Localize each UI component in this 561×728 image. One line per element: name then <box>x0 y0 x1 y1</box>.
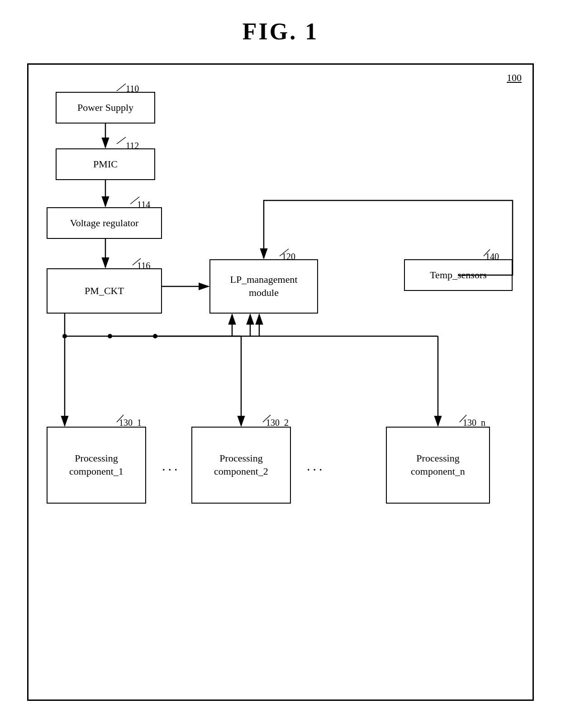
ref-110: 110 <box>126 84 139 94</box>
pc1-block: Processing component_1 <box>47 427 146 504</box>
ref-120: 120 <box>282 252 295 262</box>
dots-2: ... <box>307 458 325 474</box>
dots-1: ... <box>162 458 181 474</box>
svg-point-9 <box>108 334 112 338</box>
pc2-block: Processing component_2 <box>191 427 291 504</box>
pmckt-block: PM_CKT <box>47 268 162 314</box>
diagram-container: 100 Power Supply 110 PMIC 112 Voltage re… <box>27 63 534 701</box>
svg-line-20 <box>117 137 126 144</box>
ref-130-2: 130_2 <box>266 418 289 428</box>
ref-140: 140 <box>485 252 499 262</box>
svg-line-19 <box>117 84 126 91</box>
lp-block: LP_management module <box>209 259 318 314</box>
ref-112: 112 <box>126 141 139 151</box>
ref-100: 100 <box>507 72 522 84</box>
ref-114: 114 <box>137 200 150 210</box>
vreg-block: Voltage regulator <box>47 207 162 239</box>
temp-block: Temp_sensors <box>404 259 513 291</box>
ref-130-n: 130_n <box>463 418 485 428</box>
pmic-block: PMIC <box>56 148 155 180</box>
pcn-block: Processing component_n <box>386 427 490 504</box>
svg-point-13 <box>153 334 157 338</box>
ref-130-1: 130_1 <box>119 418 142 428</box>
power-supply-block: Power Supply <box>56 92 155 124</box>
page-title: FIG. 1 <box>0 0 561 58</box>
ref-116: 116 <box>137 261 150 271</box>
svg-point-7 <box>62 334 67 338</box>
